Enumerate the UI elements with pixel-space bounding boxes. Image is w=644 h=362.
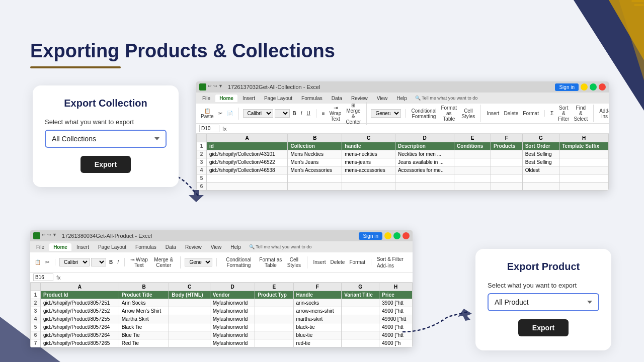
product-formula-input[interactable] <box>64 275 410 280</box>
p-row-6-price[interactable]: 4900 ["htt <box>379 331 413 339</box>
row-6-f[interactable] <box>491 183 523 191</box>
formula-input[interactable] <box>230 126 606 131</box>
tab-page-layout[interactable]: Page Layout <box>260 95 296 102</box>
format-table[interactable]: Format as Table <box>439 105 458 122</box>
p-row-2-handle[interactable]: arin-socks <box>293 299 342 307</box>
close-button[interactable] <box>599 83 606 90</box>
row-5-c[interactable] <box>342 174 395 183</box>
p-row-4-id[interactable]: gid://shopify/Product/8057255 <box>41 315 119 323</box>
p-row-6-variant[interactable] <box>342 331 379 339</box>
product-format-cells[interactable]: Format <box>348 259 367 265</box>
conditional-format[interactable]: Conditional Formatting <box>410 108 438 120</box>
row-4-template[interactable] <box>559 166 609 174</box>
italic-button[interactable]: I <box>299 110 304 117</box>
minimize-button[interactable] <box>581 83 588 90</box>
underline-button[interactable]: U <box>305 110 312 117</box>
product-cell-styles[interactable]: Cell Styles <box>285 256 303 268</box>
font-size-select[interactable]: 11 <box>275 109 290 118</box>
product-sort-filter[interactable]: Sort & Filter <box>375 256 405 262</box>
product-tab-review[interactable]: Review <box>181 243 206 251</box>
export-product-button[interactable]: Export <box>518 319 569 336</box>
p-row-7-type[interactable] <box>255 339 293 347</box>
p-row-6-id[interactable]: gid://shopify/Product/8057264 <box>41 331 119 339</box>
p-row-2-variant[interactable] <box>342 299 379 307</box>
p-row-6-title[interactable]: Blue Tie <box>119 331 169 339</box>
p-row-3-variant[interactable] <box>342 307 379 315</box>
p-row-6-vendor[interactable]: Myfashionworld <box>210 331 255 339</box>
row-2-handle[interactable]: mens-neckties <box>342 150 395 158</box>
product-italic[interactable]: I <box>116 259 120 265</box>
tab-insert[interactable]: Insert <box>238 95 259 102</box>
p-row-5-type[interactable] <box>255 323 293 331</box>
product-tab-formulas[interactable]: Formulas <box>131 243 160 251</box>
p-row-4-title[interactable]: Martha Skirt <box>119 315 169 323</box>
row-6-b[interactable] <box>288 183 342 191</box>
row-4-handle[interactable]: mens-accessories <box>342 166 395 174</box>
row-3-template[interactable] <box>559 158 609 166</box>
product-tab-page-layout[interactable]: Page Layout <box>94 243 130 251</box>
product-format-table[interactable]: Format as Table <box>258 256 283 268</box>
p-row-5-vendor[interactable]: Myfashionworld <box>210 323 255 331</box>
export-product-select[interactable]: All Product Selected Products <box>488 293 599 311</box>
row-4-collection[interactable]: Men's Accessories <box>288 166 342 174</box>
p-row-3-vendor[interactable]: Myfashionworld <box>210 307 255 315</box>
product-cell-reference[interactable] <box>33 274 53 281</box>
row-6-e[interactable] <box>454 183 491 191</box>
p-row-3-title[interactable]: Arrow Men's Shirt <box>119 307 169 315</box>
product-merge-center[interactable]: Merge & Center <box>151 256 177 268</box>
p-row-2-vendor[interactable]: Myfashionworld <box>210 299 255 307</box>
p-row-2-price[interactable]: 3900 ["htt <box>379 299 413 307</box>
product-number-format[interactable]: General <box>185 258 212 266</box>
row-2-template[interactable] <box>559 150 609 158</box>
p-row-2-type[interactable] <box>255 299 293 307</box>
tab-home[interactable]: Home <box>215 95 237 102</box>
row-6-h[interactable] <box>559 183 609 191</box>
row-2-id[interactable]: gid://shopify/Collection/43101 <box>207 150 288 158</box>
p-row-6-body[interactable] <box>169 331 210 339</box>
product-tab-data[interactable]: Data <box>162 243 180 251</box>
p-row-3-price[interactable]: 4900 ["htt <box>379 307 413 315</box>
tab-file[interactable]: File <box>198 95 214 102</box>
p-row-2-id[interactable]: gid://shopify/Product/8057251 <box>41 299 119 307</box>
row-3-handle[interactable]: mens-jeans <box>342 158 395 166</box>
p-row-3-id[interactable]: gid://shopify/Product/8057252 <box>41 307 119 315</box>
product-tab-home[interactable]: Home <box>49 243 71 251</box>
sort-filter[interactable]: Sort & Filter <box>556 105 571 122</box>
insert-cells[interactable]: Insert <box>485 110 501 117</box>
row-4-sort-order[interactable]: Oldest <box>522 166 559 174</box>
row-4-description[interactable]: Accessories for me.. <box>395 166 454 174</box>
row-5-g[interactable] <box>522 174 559 183</box>
row-4-products[interactable] <box>491 166 523 174</box>
product-maximize-button[interactable] <box>393 232 400 239</box>
excel-signin-button[interactable]: Sign in <box>555 83 579 91</box>
p-row-4-type[interactable] <box>255 315 293 323</box>
tab-data[interactable]: Data <box>328 95 346 102</box>
row-4-conditions[interactable] <box>454 166 491 174</box>
p-row-5-handle[interactable]: black-tie <box>293 323 342 331</box>
tab-help[interactable]: Help <box>392 95 411 102</box>
p-row-7-id[interactable]: gid://shopify/Product/8057265 <box>41 339 119 347</box>
row-5-d[interactable] <box>395 174 454 183</box>
row-3-conditions[interactable] <box>454 158 491 166</box>
row-5-a[interactable] <box>207 174 288 183</box>
p-row-4-handle[interactable]: martha-skirt <box>293 315 342 323</box>
p-row-4-body[interactable] <box>169 315 210 323</box>
row-2-sort-order[interactable]: Best Selling <box>522 150 559 158</box>
product-delete-cells[interactable]: Delete <box>329 259 346 265</box>
product-addins[interactable]: Add-ins <box>375 262 395 269</box>
row-3-description[interactable]: Jeans available in ... <box>395 158 454 166</box>
product-wrap-text[interactable]: ⇥ Wrap Text <box>129 256 149 268</box>
p-row-5-id[interactable]: gid://shopify/Product/8057264 <box>41 323 119 331</box>
row-4-id[interactable]: gid://shopify/Collection/46538 <box>207 166 288 174</box>
product-tab-help[interactable]: Help <box>226 243 245 251</box>
p-row-4-variant[interactable] <box>342 315 379 323</box>
number-format[interactable]: General <box>371 109 401 118</box>
merge-center[interactable]: ⊞ Merge & Center <box>344 102 362 125</box>
p-row-5-price[interactable]: 4900 ["htt <box>379 323 413 331</box>
export-collection-button[interactable]: Export <box>80 156 131 173</box>
product-tab-insert[interactable]: Insert <box>72 243 93 251</box>
row-5-h[interactable] <box>559 174 609 183</box>
paste-button[interactable]: 📋 Paste <box>199 108 215 120</box>
p-row-7-title[interactable]: Red Tie <box>119 339 169 347</box>
tell-me-bar[interactable]: 🔍 Tell me what you want to do <box>415 96 477 101</box>
